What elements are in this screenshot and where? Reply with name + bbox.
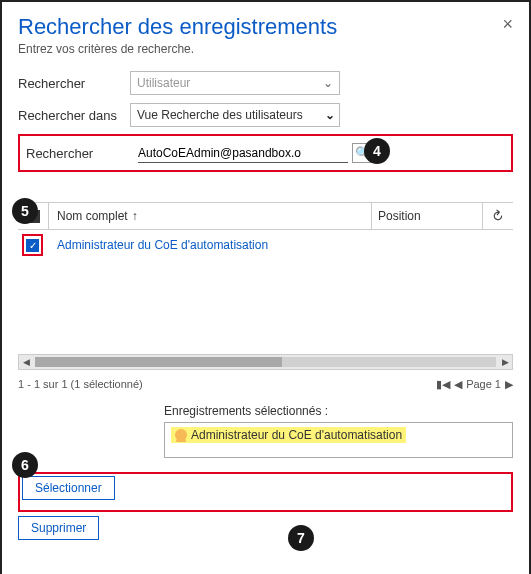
chevron-down-icon: ⌄ bbox=[323, 76, 333, 90]
selected-records-label: Enregistrements sélectionnés : bbox=[164, 404, 513, 418]
column-position[interactable]: Position bbox=[372, 209, 482, 223]
grid-header: ✓ Nom complet ↑ Position ↻ bbox=[18, 202, 513, 230]
pager-prev-icon[interactable]: ◀ bbox=[454, 378, 462, 391]
row-checkbox[interactable]: ✓ bbox=[26, 239, 39, 252]
search-row-callout: Rechercher 🔍 bbox=[18, 134, 513, 172]
search-input[interactable] bbox=[138, 144, 348, 162]
refresh-column-icon[interactable]: ↻ bbox=[483, 208, 513, 224]
scroll-right-icon[interactable]: ▶ bbox=[498, 355, 512, 369]
callout-6: 6 bbox=[12, 452, 38, 478]
pager-next-icon[interactable]: ▶ bbox=[505, 378, 513, 391]
lookfor-placeholder: Utilisateur bbox=[137, 76, 190, 90]
callout-7: 7 bbox=[288, 525, 314, 551]
lookin-value: Vue Recherche des utilisateurs bbox=[137, 108, 303, 122]
column-name[interactable]: Nom complet ↑ bbox=[49, 209, 371, 223]
sort-asc-icon: ↑ bbox=[132, 209, 138, 223]
search-label: Rechercher bbox=[26, 146, 138, 161]
close-icon[interactable]: × bbox=[502, 14, 513, 35]
pager-page: Page 1 bbox=[466, 378, 501, 390]
selected-records-box: Administrateur du CoE d'automatisation bbox=[164, 422, 513, 458]
select-button[interactable]: Sélectionner bbox=[22, 476, 115, 500]
lookfor-label: Rechercher bbox=[18, 76, 130, 91]
callout-4: 4 bbox=[364, 138, 390, 164]
callout-5: 5 bbox=[12, 198, 38, 224]
lookfor-select[interactable]: Utilisateur ⌄ bbox=[130, 71, 340, 95]
chevron-down-icon: ⌄ bbox=[325, 108, 335, 122]
selected-item[interactable]: Administrateur du CoE d'automatisation bbox=[171, 427, 406, 443]
select-button-callout: Sélectionner bbox=[18, 472, 513, 512]
horizontal-scrollbar[interactable]: ◀ ▶ bbox=[18, 354, 513, 370]
dialog-subtitle: Entrez vos critères de recherche. bbox=[18, 42, 513, 56]
remove-button[interactable]: Supprimer bbox=[18, 516, 99, 540]
pager-first-icon[interactable]: ▮◀ bbox=[436, 378, 450, 391]
row-checkbox-callout: ✓ bbox=[22, 234, 43, 256]
lookin-select[interactable]: Vue Recherche des utilisateurs ⌄ bbox=[130, 103, 340, 127]
row-name[interactable]: Administrateur du CoE d'automatisation bbox=[43, 238, 268, 252]
table-row[interactable]: ✓ Administrateur du CoE d'automatisation bbox=[18, 230, 513, 260]
pager-summary: 1 - 1 sur 1 (1 sélectionné) bbox=[18, 378, 143, 390]
dialog-title: Rechercher des enregistrements bbox=[18, 14, 513, 40]
scroll-left-icon[interactable]: ◀ bbox=[19, 355, 33, 369]
lookin-label: Rechercher dans bbox=[18, 108, 130, 123]
user-icon bbox=[175, 429, 187, 441]
